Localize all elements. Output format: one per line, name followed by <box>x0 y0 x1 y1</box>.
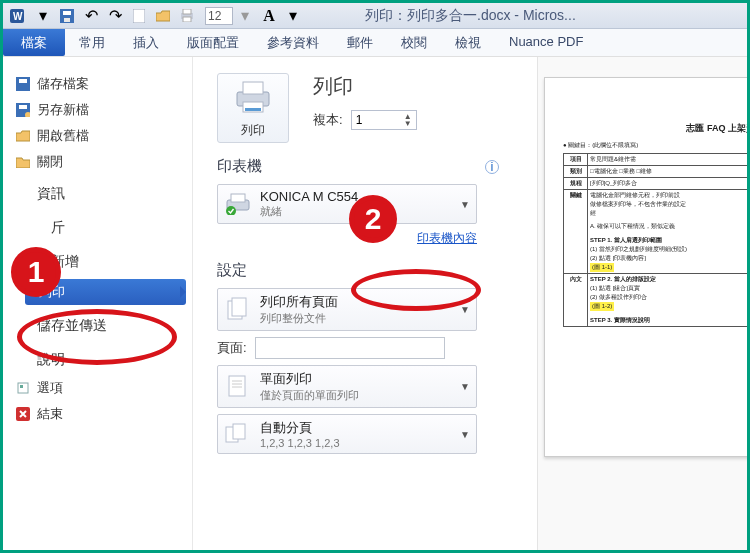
print-panel: 列印 列印 複本: 1 ▲▼ 印表機 i KONIC <box>193 57 537 550</box>
tab-review[interactable]: 校閱 <box>387 29 441 56</box>
menu-open-label: 開啟舊檔 <box>37 127 89 145</box>
menu-exit[interactable]: 結束 <box>3 401 192 427</box>
printer-selector[interactable]: KONICA M C554 就緒 ▼ <box>217 184 477 224</box>
chevron-down-icon: ▼ <box>460 199 470 210</box>
menu-save-as-label: 另存新檔 <box>37 101 89 119</box>
svg-rect-22 <box>231 194 245 202</box>
collate-selector[interactable]: 自動分頁 1,2,3 1,2,3 1,2,3 ▼ <box>217 414 477 454</box>
svg-rect-5 <box>133 9 145 23</box>
redo-icon[interactable]: ↷ <box>104 6 126 26</box>
copies-stepper[interactable]: 1 ▲▼ <box>351 110 417 130</box>
qat-dropdown-icon[interactable]: ▾ <box>32 6 54 26</box>
svg-rect-4 <box>64 18 70 22</box>
svg-text:W: W <box>13 11 23 22</box>
side-line1: 單面列印 <box>260 370 460 388</box>
font-grow-icon[interactable]: A <box>258 6 280 26</box>
font-size-box[interactable]: 12 <box>205 7 233 25</box>
annotation-ring-2 <box>351 269 481 311</box>
qat-more-icon[interactable]: ▾ <box>282 6 304 26</box>
tab-home[interactable]: 常用 <box>65 29 119 56</box>
svg-rect-12 <box>19 105 27 109</box>
tab-insert[interactable]: 插入 <box>119 29 173 56</box>
annotation-badge-2: 2 <box>349 195 397 243</box>
menu-close[interactable]: 關閉 <box>3 149 192 175</box>
tab-nuance[interactable]: Nuance PDF <box>495 29 597 56</box>
pages-icon <box>224 296 252 324</box>
printer-status-icon <box>224 190 252 218</box>
menu-exit-label: 結束 <box>37 405 63 423</box>
backstage-view: 儲存檔案 另存新檔 開啟舊檔 關閉 資訊 斤 新增 列印 儲存並傳送 說明 選項… <box>3 57 747 550</box>
annotation-ring-1 <box>17 309 177 365</box>
menu-options-label: 選項 <box>37 379 63 397</box>
side-line2: 僅於頁面的單面列印 <box>260 388 460 403</box>
font-size-value: 12 <box>208 9 221 23</box>
annotation-badge-1: 1 <box>11 247 61 297</box>
chevron-down-icon: ▼ <box>460 304 470 315</box>
print-button-label: 列印 <box>218 122 288 139</box>
menu-options[interactable]: 選項 <box>3 375 192 401</box>
menu-open[interactable]: 開啟舊檔 <box>3 123 192 149</box>
svg-rect-10 <box>19 79 27 83</box>
tab-view[interactable]: 檢視 <box>441 29 495 56</box>
scope-line2: 列印整份文件 <box>260 311 460 326</box>
exit-icon <box>15 406 31 422</box>
stepper-arrows-icon[interactable]: ▲▼ <box>404 113 412 127</box>
printer-properties-link[interactable]: 印表機內容 <box>217 230 477 247</box>
print-preview-pane: 志匯 FAQ 上架資 ● 關鍵目：(此欄位不限填寫) 項目常見問題&維作需 類別… <box>537 57 747 550</box>
open-folder-icon <box>15 128 31 144</box>
settings-heading: 設定 <box>217 261 247 280</box>
tab-file[interactable]: 檔案 <box>3 29 65 56</box>
svg-rect-8 <box>183 17 191 22</box>
close-folder-icon <box>15 154 31 170</box>
chevron-down-icon: ▼ <box>460 429 470 440</box>
svg-rect-20 <box>245 108 261 111</box>
print-heading: 列印 <box>313 73 417 100</box>
title-bar: W ▾ ↶ ↷ 12 ▾ A ▾ 列印：列印多合一.docx - Micros.… <box>3 3 747 29</box>
pages-label: 頁面: <box>217 339 247 357</box>
menu-save-as[interactable]: 另存新檔 <box>3 97 192 123</box>
svg-rect-25 <box>232 298 246 316</box>
svg-rect-26 <box>229 376 245 396</box>
copies-value: 1 <box>356 113 363 127</box>
collate-line2: 1,2,3 1,2,3 1,2,3 <box>260 437 460 449</box>
preview-table: 項目常見問題&維作需 類別□電腦化金 □業務 □維修 規程[列印]Q_列印多合 … <box>563 153 747 327</box>
preview-doc-title: 志匯 FAQ 上架資 <box>563 122 747 135</box>
ribbon-tabs: 檔案 常用 插入 版面配置 參考資料 郵件 校閱 檢視 Nuance PDF <box>3 29 747 57</box>
printer-heading: 印表機 <box>217 157 262 176</box>
options-icon <box>15 380 31 396</box>
svg-rect-18 <box>243 82 263 94</box>
menu-recent-truncated[interactable]: 斤 <box>3 209 192 243</box>
single-side-icon <box>224 373 252 401</box>
new-doc-icon[interactable] <box>128 6 150 26</box>
undo-icon[interactable]: ↶ <box>80 6 102 26</box>
chevron-down-icon: ▼ <box>460 381 470 392</box>
quick-print-icon[interactable] <box>176 6 198 26</box>
collate-icon <box>224 420 252 448</box>
svg-rect-3 <box>63 11 71 15</box>
save-icon[interactable] <box>56 6 78 26</box>
print-side-selector[interactable]: 單面列印 僅於頁面的單面列印 ▼ <box>217 365 477 408</box>
svg-rect-7 <box>183 9 191 14</box>
copies-label: 複本: <box>313 111 343 129</box>
window-title: 列印：列印多合一.docx - Micros... <box>365 7 576 25</box>
menu-save[interactable]: 儲存檔案 <box>3 71 192 97</box>
menu-save-label: 儲存檔案 <box>37 75 89 93</box>
tab-references[interactable]: 參考資料 <box>253 29 333 56</box>
printer-icon <box>233 80 273 114</box>
menu-info[interactable]: 資訊 <box>3 175 192 209</box>
open-icon[interactable] <box>152 6 174 26</box>
svg-rect-31 <box>233 424 245 439</box>
save-as-icon <box>15 102 31 118</box>
menu-close-label: 關閉 <box>37 153 63 171</box>
preview-page: 志匯 FAQ 上架資 ● 關鍵目：(此欄位不限填寫) 項目常見問題&維作需 類別… <box>544 77 747 457</box>
info-icon[interactable]: i <box>485 160 499 174</box>
tab-layout[interactable]: 版面配置 <box>173 29 253 56</box>
collate-line1: 自動分頁 <box>260 419 460 437</box>
pages-input[interactable] <box>255 337 445 359</box>
print-button[interactable]: 列印 <box>217 73 289 143</box>
tab-mailings[interactable]: 郵件 <box>333 29 387 56</box>
svg-rect-15 <box>20 385 23 388</box>
save-icon <box>15 76 31 92</box>
qat-sep-icon: ▾ <box>234 6 256 26</box>
word-app-icon: W <box>9 8 27 24</box>
